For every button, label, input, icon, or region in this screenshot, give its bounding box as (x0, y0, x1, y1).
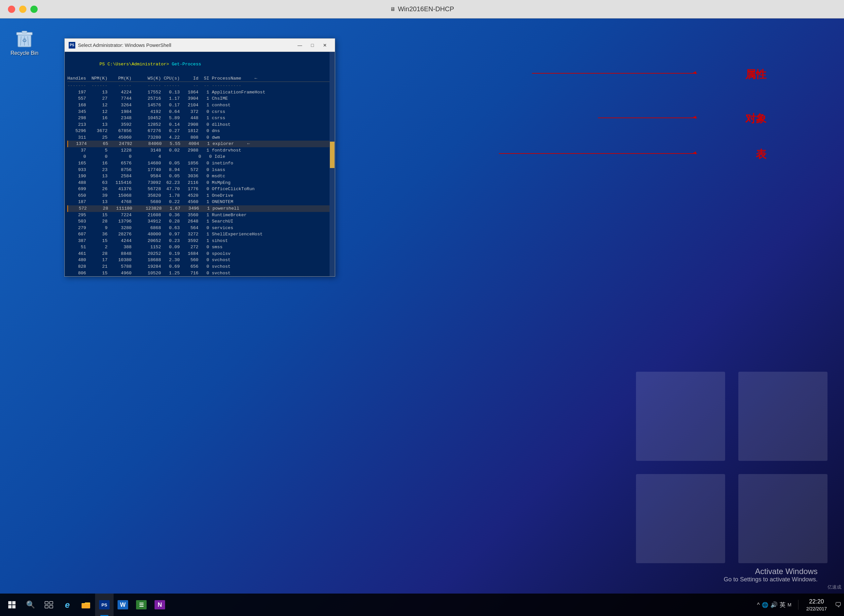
ps-minimize-button[interactable]: — (294, 40, 306, 50)
taskbar: 🔍 e (0, 594, 844, 616)
taskbar-app1-button[interactable]: ☰ (132, 594, 151, 616)
ps-prompt-line: PS C:\Users\Administrator> Get-Process (68, 54, 332, 74)
ps-row-16: 650 39 15068 35820 1.78 4520 1 OneDrive (68, 192, 332, 199)
ps-prompt-text: PS C:\Users\Administrator> (99, 62, 172, 67)
corner-watermark: 亿速成 (828, 584, 841, 590)
recycle-bin-label: Recycle Bin (10, 50, 38, 56)
taskbar-powershell-button[interactable]: PS (95, 594, 114, 616)
taskbar-explorer-button[interactable] (76, 594, 95, 616)
ps-row-18-powershell: 572 28 111180 123828 1.67 3496 1 powersh… (68, 205, 332, 212)
taskbar-start-button[interactable] (3, 594, 21, 616)
ps-row-9: 37 5 1228 3148 0.02 2988 1 fontdrvhost (68, 147, 332, 154)
ps-row-12: 933 23 8756 17740 8.94 572 0 lsass (68, 167, 332, 173)
search-icon: 🔍 (25, 600, 36, 610)
ps-row-23: 387 15 4244 20652 0.23 3592 1 sihost (68, 238, 332, 244)
svg-rect-2 (22, 31, 27, 33)
tray-volume-icon[interactable]: 🔊 (771, 601, 778, 609)
ps-table-output: PS C:\Users\Administrator> Get-Process H… (68, 54, 332, 276)
edge-icon: e (62, 600, 73, 610)
mac-window: 🖥 Win2016EN-DHCP (0, 0, 844, 616)
svg-text:♻: ♻ (22, 38, 27, 43)
taskbar-edge-button[interactable]: e (58, 594, 76, 616)
tray-icons: ^ 🌐 🔊 英 M (754, 601, 794, 609)
tray-keyboard-icon[interactable]: M (788, 602, 791, 607)
ps-row-5: 213 13 3592 12852 0.14 2908 0 dllhost (68, 122, 332, 128)
word-icon: W (117, 600, 128, 609)
svg-rect-15 (82, 603, 90, 609)
ps-row-28: 806 15 4960 10520 1.25 716 0 svchost (68, 270, 332, 276)
ps-row-20: 503 28 13796 34912 0.28 2648 1 SearchUI (68, 218, 332, 225)
ps-row-7: 311 25 45060 73280 4.22 808 0 dwm (68, 134, 332, 141)
recycle-bin-svg: ♻ (15, 28, 34, 48)
clock-date: 2/22/2017 (806, 606, 827, 612)
powershell-window: PS Select Administrator: Windows PowerSh… (65, 38, 335, 277)
system-clock[interactable]: 22:20 2/22/2017 (802, 597, 831, 612)
taskview-icon (44, 600, 54, 610)
tray-network-icon[interactable]: 🌐 (762, 602, 768, 608)
ps-row-24: 51 2 388 1152 0.09 272 0 smss (68, 244, 332, 251)
tray-chevron-icon[interactable]: ^ (757, 601, 760, 609)
taskbar-tray: ^ 🌐 🔊 英 M 22:20 2/22/2017 🗨 (754, 597, 841, 612)
taskbar-taskview-button[interactable] (40, 594, 58, 616)
annotation-biao: 表 (756, 147, 766, 162)
activate-subtitle: Go to Settings to activate Windows. (724, 576, 818, 583)
mac-minimize-button[interactable] (19, 6, 26, 13)
ps-row-15: 699 26 41376 56728 47.70 1776 0 OfficeCl… (68, 186, 332, 192)
ps-row-10: 0 0 0 4 0 0 Idle (68, 154, 332, 160)
ps-row-19: 295 15 7224 21608 0.36 3560 1 RuntimeBro… (68, 212, 332, 219)
ps-row-8-explorer: 1374 65 24792 84060 5.55 4004 1 explorer… (68, 141, 332, 147)
ps-close-button[interactable]: ✕ (319, 40, 331, 50)
taskbar-word-button[interactable]: W (114, 594, 132, 616)
svg-rect-10 (12, 605, 16, 609)
ps-row-13: 190 13 2584 9584 0.05 3036 0 msdtc (68, 173, 332, 180)
svg-rect-11 (45, 601, 48, 604)
ps-header-line: Handles NPM(K) PM(K) WS(K) CPU(s) Id SI … (68, 75, 332, 82)
ps-row-3: 345 12 1984 4192 0.64 372 0 csrss (68, 109, 332, 115)
ps-command-text: Get-Process (172, 62, 201, 67)
tray-language-indicator[interactable]: 英 (779, 601, 785, 609)
mac-close-button[interactable] (8, 6, 15, 13)
arrow-biao (499, 153, 697, 154)
ps-content[interactable]: PS C:\Users\Administrator> Get-Process H… (65, 52, 335, 276)
ps-titlebar: PS Select Administrator: Windows PowerSh… (65, 39, 335, 52)
clock-time: 22:20 (806, 597, 827, 606)
ps-row-21: 279 9 3280 6868 0.63 564 0 services (68, 225, 332, 232)
ps-row-2: 168 12 3264 14576 0.17 2104 1 conhost (68, 102, 332, 109)
desktop-icons: ♻ Recycle Bin (8, 25, 41, 59)
svg-rect-12 (50, 601, 53, 604)
mac-window-controls (8, 6, 38, 13)
app1-icon: ☰ (136, 600, 147, 609)
svg-rect-8 (12, 601, 16, 604)
ps-scrollbar[interactable] (330, 52, 335, 276)
arrow-duixiang (598, 117, 697, 118)
ps-title-area: PS Select Administrator: Windows PowerSh… (69, 42, 172, 48)
ps-separator-line: ------- ------ ----- ----- ------ -- -- … (68, 82, 332, 89)
svg-rect-7 (8, 601, 12, 604)
annotation-shuxing: 属性 (745, 67, 766, 82)
ps-window-controls: — □ ✕ (294, 40, 331, 50)
mac-title: 🖥 Win2016EN-DHCP (390, 5, 454, 13)
ps-title-text: Select Administrator: Windows PowerShell (78, 42, 172, 48)
ps-row-11: 165 16 6576 14680 0.05 1856 0 inetinfo (68, 160, 332, 167)
ps-row-14: 488 63 115416 73092 62.23 2116 0 MsMpEng (68, 180, 332, 186)
ps-row-17: 187 13 4768 5680 0.22 4560 1 ONENOTEM (68, 199, 332, 205)
ps-row-22: 607 36 28276 48000 0.97 3272 1 ShellExpe… (68, 231, 332, 238)
svg-rect-14 (50, 606, 53, 608)
svg-rect-9 (8, 605, 12, 609)
recycle-bin-graphic: ♻ (14, 28, 35, 49)
ps-scrollbar-thumb[interactable] (330, 142, 335, 168)
recycle-bin-icon[interactable]: ♻ Recycle Bin (8, 25, 41, 59)
notification-center-icon[interactable]: 🗨 (835, 601, 841, 609)
taskbar-search-button[interactable]: 🔍 (21, 594, 40, 616)
onenote-icon: N (154, 600, 165, 609)
ps-row-6: 5296 3672 67856 67276 0.27 1812 0 dns (68, 128, 332, 134)
ps-row-26: 480 17 10380 18688 2.30 560 0 svchost (68, 257, 332, 263)
mac-desktop: ♻ Recycle Bin PS Select Administrator: W… (0, 19, 844, 616)
ps-restore-button[interactable]: □ (307, 40, 318, 50)
activate-windows-watermark: Activate Windows Go to Settings to activ… (724, 567, 818, 583)
tray-divider (798, 600, 798, 610)
taskbar-onenote-button[interactable]: N (151, 594, 169, 616)
activate-title: Activate Windows (724, 567, 818, 576)
windows-background (636, 372, 828, 590)
mac-maximize-button[interactable] (30, 6, 38, 13)
